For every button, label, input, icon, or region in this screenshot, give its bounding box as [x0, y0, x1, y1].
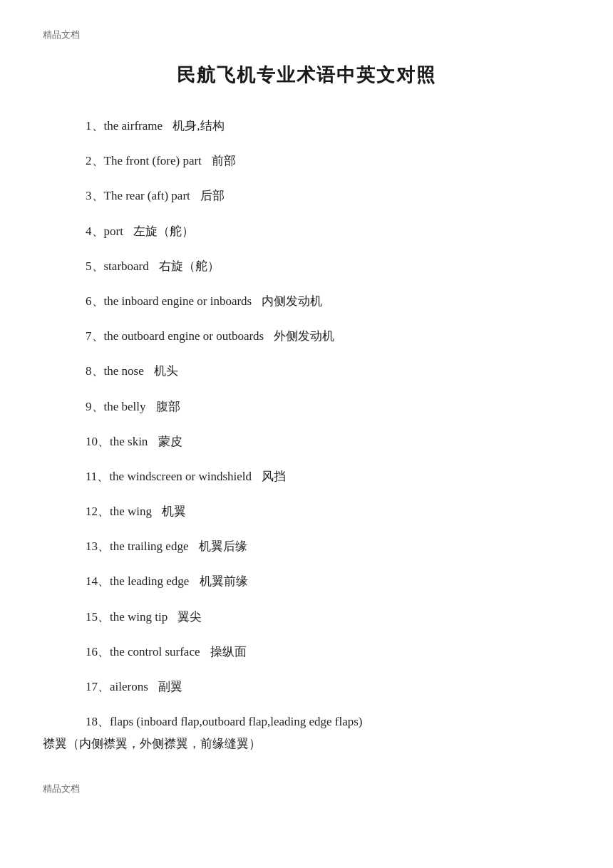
- item-18-line1: 18、flaps (inboard flap,outboard flap,lea…: [86, 712, 556, 731]
- list-item: 9、the belly 腹部: [86, 397, 556, 416]
- item-english: The rear (aft) part: [104, 189, 190, 202]
- item-english: the nose: [104, 364, 144, 378]
- item-chinese: 蒙皮: [155, 435, 182, 448]
- list-item: 13、the trailing edge 机翼后缘: [86, 537, 556, 556]
- watermark-top: 精品文档: [43, 29, 570, 41]
- item-number: 4、: [86, 224, 104, 238]
- item-18-english: flaps (inboard flap,outboard flap,leadin…: [110, 715, 363, 728]
- content-list: 1、the airframe 机身,结构2、The front (fore) p…: [86, 116, 556, 754]
- list-item: 12、the wing 机翼: [86, 502, 556, 521]
- item-english: starboard: [104, 259, 149, 273]
- list-item: 3、The rear (aft) part 后部: [86, 186, 556, 205]
- list-item: 2、The front (fore) part 前部: [86, 151, 556, 170]
- item-number: 6、: [86, 294, 104, 308]
- item-number: 15、: [86, 610, 110, 624]
- list-item: 4、port 左旋（舵）: [86, 222, 556, 241]
- item-18-chinese: 襟翼（内侧襟翼，外侧襟翼，前缘缝翼）: [43, 734, 556, 753]
- list-item: 16、the control surface 操纵面: [86, 642, 556, 661]
- page-container: 精品文档 民航飞机专业术语中英文对照 1、the airframe 机身,结构2…: [0, 0, 613, 868]
- list-item-18: 18、flaps (inboard flap,outboard flap,lea…: [86, 712, 556, 753]
- list-item: 5、starboard 右旋（舵）: [86, 257, 556, 276]
- item-number: 16、: [86, 645, 110, 658]
- item-chinese: 后部: [197, 189, 225, 202]
- item-chinese: 副翼: [155, 680, 182, 693]
- item-number: 9、: [86, 400, 104, 413]
- item-number: 11、: [86, 470, 109, 483]
- item-chinese: 机头: [151, 364, 178, 378]
- item-chinese: 外侧发动机: [271, 329, 334, 343]
- item-number: 17、: [86, 680, 110, 693]
- item-english: the skin: [110, 435, 148, 448]
- list-item: 14、the leading edge 机翼前缘: [86, 572, 556, 591]
- item-chinese: 机身,结构: [170, 119, 225, 133]
- list-item: 7、the outboard engine or outboards 外侧发动机: [86, 326, 556, 346]
- item-number: 1、: [86, 119, 104, 133]
- list-item: 1、the airframe 机身,结构: [86, 116, 556, 135]
- item-english: the airframe: [104, 119, 163, 133]
- item-chinese: 翼尖: [175, 610, 202, 624]
- item-number: 3、: [86, 189, 104, 202]
- item-number: 13、: [86, 539, 110, 553]
- item-number: 10、: [86, 435, 110, 448]
- list-item: 10、the skin 蒙皮: [86, 432, 556, 451]
- item-chinese: 腹部: [153, 400, 180, 413]
- item-18-number: 18、: [86, 715, 110, 728]
- list-item: 11、the windscreen or windshield 风挡: [86, 467, 556, 486]
- list-item: 8、the nose 机头: [86, 361, 556, 381]
- item-english: the control surface: [110, 645, 200, 658]
- item-number: 14、: [86, 574, 110, 588]
- item-english: port: [104, 224, 123, 238]
- item-chinese: 机翼后缘: [195, 539, 247, 553]
- item-english: The front (fore) part: [104, 154, 202, 167]
- item-chinese: 前部: [209, 154, 236, 167]
- item-chinese: 风挡: [259, 470, 286, 483]
- item-english: the inboard engine or inboards: [104, 294, 252, 308]
- item-number: 7、: [86, 329, 104, 343]
- list-item: 6、the inboard engine or inboards 内侧发动机: [86, 291, 556, 311]
- list-item: 15、the wing tip 翼尖: [86, 607, 556, 626]
- page-title: 民航飞机专业术语中英文对照: [43, 63, 570, 88]
- item-english: the trailing edge: [110, 539, 188, 553]
- item-chinese: 机翼: [159, 505, 186, 518]
- item-number: 2、: [86, 154, 104, 167]
- list-item: 17、ailerons 副翼: [86, 677, 556, 696]
- item-english: the windscreen or windshield: [109, 470, 252, 483]
- item-english: the wing: [110, 505, 152, 518]
- watermark-bottom: 精品文档: [43, 782, 570, 795]
- item-chinese: 操纵面: [207, 645, 247, 658]
- item-chinese: 右旋（舵）: [156, 259, 220, 273]
- item-english: the leading edge: [110, 574, 189, 588]
- item-chinese: 机翼前缘: [196, 574, 247, 588]
- item-chinese: 左旋（舵）: [130, 224, 194, 238]
- item-number: 12、: [86, 505, 110, 518]
- item-english: the wing tip: [110, 610, 168, 624]
- item-chinese: 内侧发动机: [259, 294, 322, 308]
- item-number: 5、: [86, 259, 104, 273]
- item-number: 8、: [86, 364, 104, 378]
- item-english: ailerons: [110, 680, 148, 693]
- item-english: the outboard engine or outboards: [104, 329, 264, 343]
- item-english: the belly: [104, 400, 146, 413]
